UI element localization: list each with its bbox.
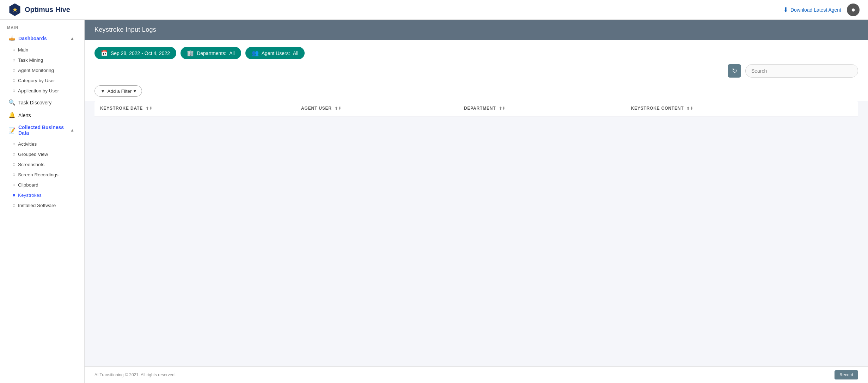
sidebar-section-main: MAIN — [0, 20, 84, 32]
navbar-right: ⬇ Download Latest Agent ● — [783, 4, 860, 16]
dashboards-icon: 🥧 — [8, 35, 16, 42]
sidebar-item-installed-software[interactable]: Installed Software — [0, 200, 84, 211]
agent-users-value: All — [293, 50, 299, 56]
add-filter-label: Add a Filter — [107, 89, 132, 94]
sidebar-item-grouped-view[interactable]: Grouped View — [0, 149, 84, 159]
dot-clipboard — [13, 184, 15, 186]
sidebar: MAIN 🥧 Dashboards ▲ Main Task Mining Age… — [0, 20, 85, 383]
sidebar-item-task-mining[interactable]: Task Mining — [0, 55, 84, 65]
dot-application-by-user — [13, 90, 15, 92]
download-agent-link[interactable]: ⬇ Download Latest Agent — [783, 6, 841, 14]
filter-row: ▼ Add a Filter ▾ — [85, 83, 868, 101]
sidebar-item-alerts[interactable]: 🔔 Alerts — [3, 109, 81, 121]
sort-icon-agent-user: ⬆⬇ — [335, 106, 342, 110]
avatar-icon: ● — [851, 6, 855, 14]
task-discovery-icon: 🔍 — [8, 99, 16, 106]
sidebar-label-category-by-user: Category by User — [18, 78, 55, 83]
col-keystroke-date-label: KEYSTROKE DATE — [100, 106, 143, 111]
refresh-button[interactable]: ↻ — [728, 64, 741, 78]
sidebar-item-collected[interactable]: 📝 Collected Business Data ▲ — [3, 122, 81, 139]
brand: ★ Optimus Hive — [8, 4, 70, 16]
add-filter-button[interactable]: ▼ Add a Filter ▾ — [94, 85, 142, 97]
sort-icon-department: ⬆⬇ — [499, 106, 506, 110]
sidebar-item-keystrokes[interactable]: Keystrokes — [0, 190, 84, 200]
sidebar-item-screenshots[interactable]: Screenshots — [0, 159, 84, 170]
sort-icon-keystroke-date: ⬆⬇ — [146, 106, 153, 110]
departments-filter[interactable]: 🏢 Departments: All — [181, 47, 241, 59]
col-keystroke-content-label: KEYSTROKE CONTENT — [631, 106, 684, 111]
record-button[interactable]: Record — [835, 370, 858, 379]
sidebar-label-clipboard: Clipboard — [18, 182, 38, 188]
sidebar-item-category-by-user[interactable]: Category by User — [0, 75, 84, 86]
sidebar-label-task-mining: Task Mining — [18, 57, 43, 63]
dot-grouped-view — [13, 153, 15, 156]
sidebar-item-task-discovery[interactable]: 🔍 Task Discovery — [3, 96, 81, 109]
filters-bar: 📅 Sep 28, 2022 - Oct 4, 2022 🏢 Departmen… — [85, 40, 868, 59]
toolbar: ↻ — [85, 59, 868, 83]
departments-icon: 🏢 — [187, 50, 194, 56]
page-title: Keystroke Input Logs — [94, 26, 156, 33]
col-keystroke-date[interactable]: KEYSTROKE DATE ⬆⬇ — [94, 101, 295, 116]
date-range-value: Sep 28, 2022 - Oct 4, 2022 — [111, 50, 170, 56]
sidebar-label-main: Main — [18, 47, 28, 53]
collected-expand-icon: ▲ — [70, 128, 74, 133]
departments-label: Departments: — [197, 50, 226, 56]
calendar-icon: 📅 — [101, 50, 108, 56]
sidebar-item-agent-monitoring[interactable]: Agent Monitoring — [0, 65, 84, 75]
sidebar-label-grouped-view: Grouped View — [18, 152, 48, 157]
dot-keystrokes — [13, 194, 15, 196]
sidebar-item-main[interactable]: Main — [0, 45, 84, 55]
sidebar-label-screen-recordings: Screen Recordings — [18, 172, 59, 177]
sidebar-label-activities: Activities — [18, 141, 37, 147]
download-icon: ⬇ — [783, 6, 788, 14]
dot-main — [13, 49, 15, 51]
dashboards-sub: Main Task Mining Agent Monitoring Catego… — [0, 45, 84, 96]
dot-activities — [13, 143, 15, 145]
col-agent-user[interactable]: AGENT USER ⬆⬇ — [295, 101, 458, 116]
sidebar-label-installed-software: Installed Software — [18, 203, 56, 208]
avatar[interactable]: ● — [847, 4, 860, 16]
record-button-label: Record — [839, 372, 853, 377]
page-header: Keystroke Input Logs — [85, 20, 868, 40]
collected-sub: Activities Grouped View Screenshots Scre… — [0, 139, 84, 211]
sidebar-item-screen-recordings[interactable]: Screen Recordings — [0, 170, 84, 180]
dot-installed-software — [13, 204, 15, 207]
brand-name: Optimus Hive — [25, 6, 70, 14]
table-area: KEYSTROKE DATE ⬆⬇ AGENT USER ⬆⬇ DEPARTME… — [85, 101, 868, 366]
date-range-filter[interactable]: 📅 Sep 28, 2022 - Oct 4, 2022 — [94, 47, 176, 59]
footer-copyright: AI Transitioning © 2021. All rights rese… — [94, 372, 176, 377]
col-agent-user-label: AGENT USER — [301, 106, 332, 111]
sidebar-item-clipboard[interactable]: Clipboard — [0, 180, 84, 190]
collected-label: Collected Business Data — [18, 124, 67, 136]
empty-row — [94, 116, 858, 201]
sidebar-label-keystrokes: Keystrokes — [18, 193, 42, 198]
app-body: MAIN 🥧 Dashboards ▲ Main Task Mining Age… — [0, 20, 868, 383]
sort-icon-keystroke-content: ⬆⬇ — [686, 106, 693, 110]
filter-funnel-icon: ▼ — [100, 89, 105, 94]
dashboards-label: Dashboards — [18, 36, 47, 41]
agent-users-icon: 👥 — [252, 50, 259, 56]
table-header-row: KEYSTROKE DATE ⬆⬇ AGENT USER ⬆⬇ DEPARTME… — [94, 101, 858, 116]
alerts-label: Alerts — [18, 113, 31, 118]
sidebar-item-application-by-user[interactable]: Application by User — [0, 86, 84, 96]
refresh-icon: ↻ — [732, 67, 737, 75]
navbar: ★ Optimus Hive ⬇ Download Latest Agent ● — [0, 0, 868, 20]
logo-char: ★ — [12, 6, 17, 13]
add-filter-chevron: ▾ — [134, 88, 136, 94]
sidebar-item-dashboards[interactable]: 🥧 Dashboards ▲ — [3, 32, 81, 44]
sidebar-item-activities[interactable]: Activities — [0, 139, 84, 149]
agent-users-label: Agent Users: — [262, 50, 290, 56]
agent-users-filter[interactable]: 👥 Agent Users: All — [245, 47, 305, 59]
col-department[interactable]: DEPARTMENT ⬆⬇ — [458, 101, 625, 116]
sidebar-label-application-by-user: Application by User — [18, 88, 59, 93]
dot-screenshots — [13, 163, 15, 166]
task-discovery-label: Task Discovery — [18, 100, 51, 105]
departments-value: All — [229, 50, 235, 56]
col-department-label: DEPARTMENT — [464, 106, 496, 111]
main-content: Keystroke Input Logs 📅 Sep 28, 2022 - Oc… — [85, 20, 868, 383]
search-input[interactable] — [745, 64, 858, 78]
sidebar-label-screenshots: Screenshots — [18, 162, 44, 167]
dot-category-by-user — [13, 79, 15, 82]
dot-task-mining — [13, 59, 15, 61]
col-keystroke-content[interactable]: KEYSTROKE CONTENT ⬆⬇ — [625, 101, 858, 116]
